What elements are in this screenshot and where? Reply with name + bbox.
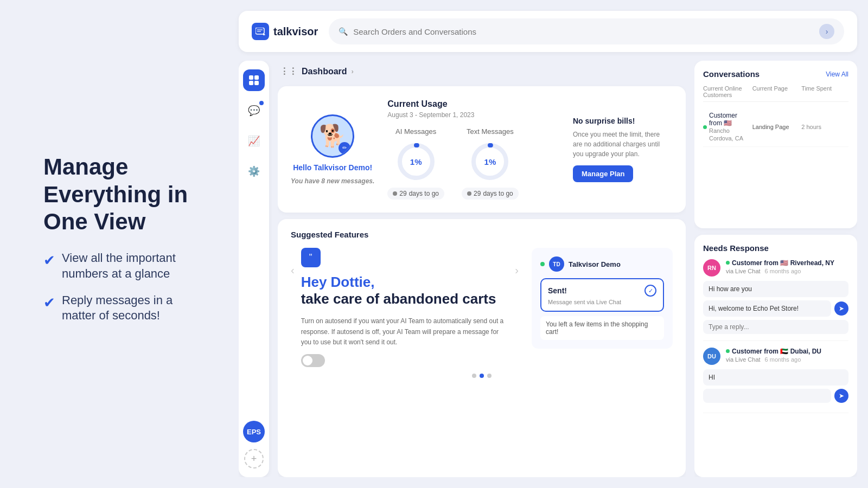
needs-avatar-du: DU [703, 348, 720, 365]
no-surprise-body: Once you meet the limit, there are no ad… [573, 130, 664, 159]
manage-plan-button[interactable]: Manage Plan [573, 165, 633, 182]
usage-metrics: AI Messages 1% 29 [387, 127, 551, 200]
conversations-section: Conversations View All Current Online Cu… [694, 61, 857, 228]
svg-rect-7 [254, 81, 259, 85]
needs-via-0: via Live Chat 6 months ago [726, 268, 848, 274]
sent-box: Sent! ✓ Message sent via Live Chat [540, 278, 664, 312]
ai-donut: 1% [394, 140, 438, 183]
feature-right: TD Talkvisor Demo Sent! ✓ Message sent v… [532, 248, 673, 349]
suggested-title: Suggested Features [291, 230, 673, 239]
add-button[interactable]: + [244, 449, 264, 468]
left-marketing-panel: Manage Everything in One View ✔ View all… [0, 0, 239, 488]
reply-input-area-0[interactable] [703, 320, 848, 334]
logo-icon [252, 23, 269, 40]
app-container: talkvisor 🔍 › 💬 📈 ⚙️ EPS [239, 0, 868, 488]
usage-metrics-area: Current Usage August 3 - September 1, 20… [387, 99, 551, 200]
needs-item-0: RN Customer from 🇺🇸 Riverhead, NY via Li… [703, 259, 848, 341]
online-dot [703, 125, 707, 129]
chat-preview: TD Talkvisor Demo Sent! ✓ Message sent v… [532, 248, 673, 349]
needs-bubble-2-0: Hi, welcome to Echo Pet Store! [703, 300, 831, 317]
col-time-spent: Time Spent [801, 85, 848, 98]
ai-messages-metric: AI Messages 1% 29 [387, 127, 444, 200]
dot-1[interactable] [480, 374, 484, 378]
dot-0[interactable] [472, 374, 476, 378]
cart-message: You left a few items in the shopping car… [540, 316, 664, 340]
feature-description: Turn on autosend if you want your AI Tea… [301, 316, 509, 348]
profile-sub: You have 8 new messages. [291, 177, 374, 185]
check-icon-1: ✔ [43, 252, 55, 270]
usage-card: 🐕 ✏ Hello Talkvisor Demo! You have 8 new… [278, 86, 686, 213]
slide-prev-button[interactable]: ‹ [291, 248, 295, 277]
ai-percent: 1% [410, 157, 422, 166]
chat-badge [259, 101, 264, 105]
reply-input-area-1[interactable] [703, 389, 831, 403]
conversations-columns: Current Online Customers Current Page Ti… [703, 85, 848, 102]
chat-icon: 💬 [248, 105, 260, 117]
check-icon-2: ✔ [43, 294, 55, 312]
feature-slide: ‹ " Hey Dottie, take care of abandoned c… [291, 248, 673, 367]
svg-rect-5 [254, 75, 259, 80]
breadcrumb: ⋮⋮ Dashboard › [278, 61, 686, 80]
sidebar: 💬 📈 ⚙️ EPS + [239, 61, 269, 477]
breadcrumb-chevron: › [352, 67, 354, 75]
send-button-0[interactable]: ➤ [834, 301, 848, 316]
grid-icon: ⋮⋮ [280, 66, 297, 76]
breadcrumb-label: Dashboard [302, 67, 347, 76]
needs-item-1: DU Customer from 🇦🇪 Dubai, DU via Live C… [703, 348, 848, 413]
conversations-header: Conversations View All [703, 69, 848, 79]
dot-2[interactable] [487, 374, 492, 378]
feature-headline: Hey Dottie, take care of abandoned carts [301, 274, 509, 307]
sent-check-icon: ✓ [644, 285, 656, 297]
edit-avatar-badge[interactable]: ✏ [339, 142, 350, 154]
talkvisor-demo-avatar: TD [549, 256, 564, 272]
needs-response-title: Needs Response [703, 243, 848, 253]
search-submit-button[interactable]: › [819, 24, 834, 39]
reply-input-0[interactable] [709, 323, 843, 331]
needs-avatar-rn: RN [703, 259, 720, 277]
quote-icon: " [301, 248, 321, 267]
col-online-customers: Current Online Customers [703, 85, 750, 98]
view-all-link[interactable]: View All [826, 70, 848, 78]
online-status-dot [540, 262, 545, 266]
needs-customer-info-1: Customer from 🇦🇪 Dubai, DU via Live Chat… [726, 348, 848, 363]
marketing-heading: Manage Everything in One View [43, 153, 206, 235]
needs-item-header-0: RN Customer from 🇺🇸 Riverhead, NY via Li… [703, 259, 848, 277]
sidebar-item-dashboard[interactable] [243, 69, 265, 91]
needs-bubble-1-0: Hi how are you [703, 281, 848, 297]
sent-label: Sent! [548, 286, 567, 295]
text-percent: 1% [484, 157, 496, 166]
needs-bubble-1-1: HI [703, 369, 848, 386]
col-current-page: Current Page [752, 85, 800, 98]
suggested-features-card: Suggested Features ‹ " Hey Dottie, take … [278, 219, 686, 477]
user-avatar[interactable]: EPS [243, 421, 265, 442]
search-input[interactable] [353, 27, 814, 36]
conversation-row[interactable]: Customer from 🇺🇸Rancho Cordova, CA Landi… [703, 107, 848, 147]
marketing-point-1: ✔ View all the important numbers at a gl… [43, 251, 206, 281]
conv-page: Landing Page [752, 124, 800, 130]
marketing-point-2: ✔ Reply messages in a matter of seconds! [43, 293, 206, 324]
ai-messages-label: AI Messages [395, 127, 436, 136]
text-donut: 1% [468, 140, 512, 183]
carousel-dots [291, 374, 673, 378]
reply-input-1[interactable] [709, 392, 826, 400]
slide-next-button[interactable]: › [515, 248, 519, 277]
send-button-1[interactable]: ➤ [834, 389, 848, 403]
sidebar-item-chat[interactable]: 💬 [243, 100, 265, 121]
needs-response-section: Needs Response RN Customer from 🇺🇸 River… [694, 235, 857, 477]
analytics-icon: 📈 [248, 135, 260, 147]
sidebar-item-settings[interactable]: ⚙️ [243, 160, 265, 182]
usage-date: August 3 - September 1, 2023 [387, 111, 551, 119]
needs-online-dot-1 [726, 349, 730, 353]
usage-title: Current Usage [387, 99, 551, 109]
sidebar-item-analytics[interactable]: 📈 [243, 130, 265, 152]
text-days-go: 29 days to go [462, 188, 519, 200]
needs-via-1: via Live Chat 6 months ago [726, 356, 848, 363]
chat-username: Talkvisor Demo [569, 260, 621, 268]
search-bar[interactable]: 🔍 › [329, 18, 844, 44]
sent-header: Sent! ✓ [548, 285, 656, 297]
profile-section: 🐕 ✏ Hello Talkvisor Demo! You have 8 new… [291, 114, 374, 185]
autosend-toggle[interactable] [301, 354, 325, 367]
search-icon: 🔍 [339, 27, 348, 36]
conv-customer: Customer from 🇺🇸Rancho Cordova, CA [703, 112, 750, 142]
needs-customer-name-0: Customer from 🇺🇸 Riverhead, NY [726, 259, 848, 267]
